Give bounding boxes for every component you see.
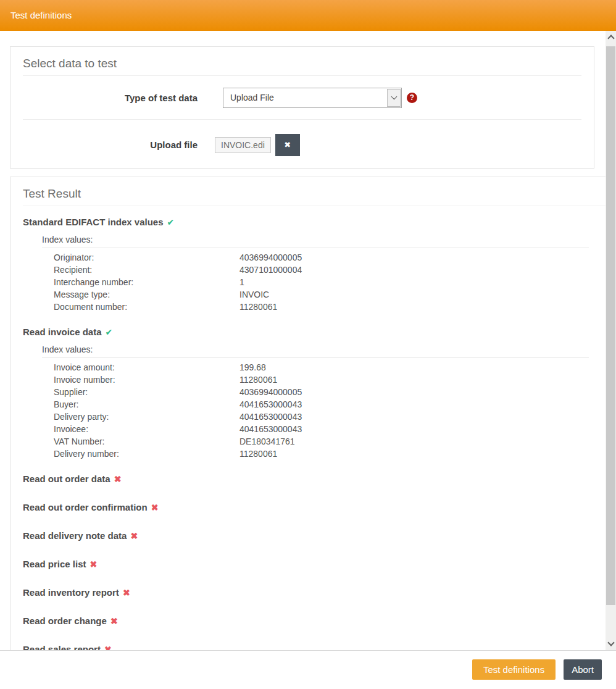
index-values-label: Index values:	[42, 343, 607, 356]
index-values-list: Originator:4036994000005Recipient:430710…	[42, 251, 607, 313]
section-title: Read sales report✖	[23, 644, 607, 651]
index-value-label: Recipient:	[42, 264, 239, 276]
section-title-text: Read delivery note data	[23, 530, 127, 541]
section-title: Standard EDIFACT index values✔	[23, 217, 607, 228]
index-value-label: Invoicee:	[42, 423, 239, 435]
result-section: Read out order data✖	[23, 474, 607, 485]
result-section: Read price list✖	[23, 559, 607, 570]
index-value: 4041653000043	[239, 411, 302, 423]
index-value-row: Recipient:4307101000004	[42, 264, 607, 276]
check-icon: ✔	[106, 327, 113, 337]
section-title-text: Read sales report	[23, 644, 101, 651]
index-value: 11280061	[239, 448, 277, 460]
chevron-down-icon	[607, 639, 614, 646]
section-title: Read price list✖	[23, 559, 607, 570]
index-value-label: VAT Number:	[42, 435, 239, 448]
vertical-scrollbar[interactable]	[606, 31, 616, 650]
result-section: Read out order confirmation✖	[23, 502, 607, 513]
app-header: Test definitions	[0, 0, 616, 31]
section-title: Read invoice data✔	[23, 327, 607, 338]
index-value: 4041653000043	[239, 398, 302, 411]
section-title: Read delivery note data✖	[23, 530, 607, 541]
section-title-text: Read out order data	[23, 474, 110, 484]
upload-file-label: Upload file	[23, 140, 198, 150]
index-value-label: Document number:	[42, 301, 239, 313]
section-title-text: Read out order confirmation	[23, 502, 148, 512]
check-icon: ✔	[167, 217, 175, 227]
index-value-label: Invoice number:	[42, 374, 239, 386]
index-value-row: Originator:4036994000005	[42, 251, 607, 264]
select-arrow-box[interactable]	[387, 89, 401, 107]
index-value-label: Originator:	[42, 251, 239, 264]
index-value-row: Document number:11280061	[42, 301, 607, 313]
cross-icon: ✖	[114, 474, 122, 484]
test-data-type-select[interactable]: Upload File	[223, 88, 402, 108]
index-values-divider	[42, 357, 589, 358]
footer-action-bar: Test definitions Abort	[0, 651, 616, 689]
index-value-row: VAT Number:DE180341761	[42, 435, 607, 448]
cross-icon: ✖	[104, 645, 112, 651]
section-title-text: Standard EDIFACT index values	[23, 217, 164, 227]
index-value-label: Buyer:	[42, 398, 239, 411]
test-result-sections: Standard EDIFACT index values✔Index valu…	[23, 217, 607, 651]
cross-icon: ✖	[130, 531, 138, 541]
index-value-row: Message type:INVOIC	[42, 288, 607, 301]
index-value: 4307101000004	[239, 264, 302, 276]
upload-file-row: Upload file INVOIC.edi ✖	[23, 120, 581, 170]
index-values-divider	[42, 248, 589, 248]
cross-icon: ✖	[110, 616, 118, 626]
chevron-down-icon	[391, 94, 397, 100]
index-value: INVOIC	[239, 288, 269, 301]
selected-option-label: Upload File	[230, 93, 274, 102]
result-section: Read sales report✖	[23, 644, 607, 651]
index-value-label: Message type:	[42, 288, 239, 301]
result-section: Read delivery note data✖	[23, 530, 607, 541]
abort-button[interactable]: Abort	[564, 659, 602, 680]
cross-icon: ✖	[90, 559, 98, 569]
section-title-text: Read inventory report	[23, 587, 119, 598]
type-of-test-data-label: Type of test data	[23, 93, 198, 103]
index-value: 11280061	[239, 374, 277, 386]
remove-file-icon: ✖	[284, 140, 291, 149]
index-value-row: Invoice amount:199.68	[42, 361, 607, 374]
scroll-region: Select data to test Type of test data Up…	[0, 31, 616, 651]
card-title-divider	[23, 206, 607, 206]
help-icon[interactable]: ?	[407, 93, 417, 103]
result-section: Standard EDIFACT index values✔Index valu…	[23, 217, 607, 313]
index-value: 199.68	[239, 361, 266, 374]
section-title: Read order change✖	[23, 616, 607, 627]
test-result-card: Test Result Standard EDIFACT index value…	[10, 177, 616, 651]
scrollbar-thumb[interactable]	[606, 46, 615, 605]
index-value: 4036994000005	[239, 251, 302, 264]
index-value-row: Delivery number:11280061	[42, 448, 607, 460]
result-section: Read inventory report✖	[23, 587, 607, 598]
index-value-row: Interchange number:1	[42, 276, 607, 288]
test-result-title: Test Result	[23, 177, 607, 202]
index-values-list: Invoice amount:199.68Invoice number:1128…	[42, 361, 607, 460]
index-value-row: Invoicee:4041653000043	[42, 423, 607, 435]
index-value-label: Delivery number:	[42, 448, 239, 460]
test-definitions-button[interactable]: Test definitions	[472, 659, 556, 680]
index-values-label: Index values:	[42, 233, 607, 246]
index-value: 4041653000043	[239, 423, 302, 435]
cross-icon: ✖	[151, 503, 159, 512]
section-title: Read out order confirmation✖	[23, 502, 607, 513]
section-title: Read inventory report✖	[23, 587, 607, 598]
scroll-up-button[interactable]	[606, 32, 616, 43]
index-value-label: Invoice amount:	[42, 361, 239, 374]
select-card-title: Select data to test	[23, 47, 581, 72]
remove-file-button[interactable]: ✖	[275, 134, 300, 156]
result-section: Read order change✖	[23, 616, 607, 627]
index-value: 4036994000005	[239, 386, 302, 398]
scroll-down-button[interactable]	[606, 638, 616, 649]
index-value-label: Supplier:	[42, 386, 239, 398]
type-of-test-data-row: Type of test data Upload File ?	[23, 76, 581, 120]
index-value-row: Supplier:4036994000005	[42, 386, 607, 398]
index-value-row: Buyer:4041653000043	[42, 398, 607, 411]
index-value-row: Invoice number:11280061	[42, 374, 607, 386]
upload-filename-box: INVOIC.edi	[215, 137, 271, 153]
index-value-row: Delivery party:4041653000043	[42, 411, 607, 423]
index-value: DE180341761	[239, 435, 295, 448]
section-title-text: Read invoice data	[23, 327, 102, 337]
page-title: Test definitions	[0, 0, 616, 31]
